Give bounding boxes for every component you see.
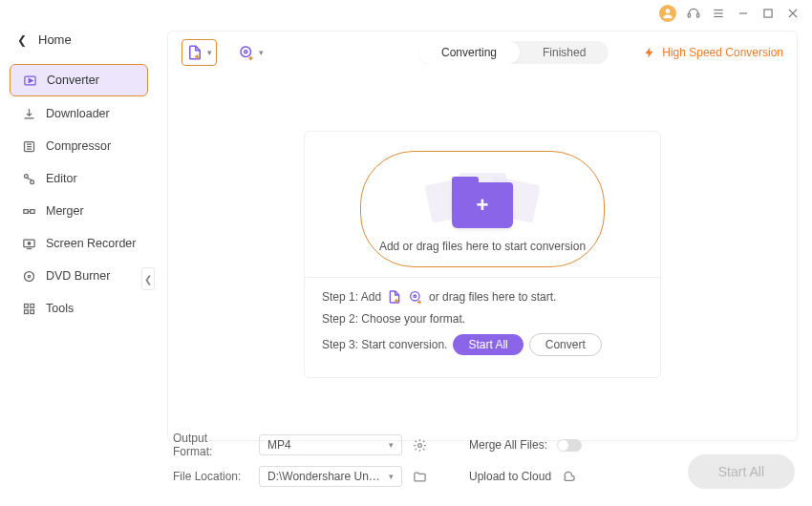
open-folder-icon[interactable] xyxy=(412,469,427,484)
close-button[interactable] xyxy=(785,6,801,21)
home-label: Home xyxy=(38,32,72,47)
start-all-button-small[interactable]: Start All xyxy=(453,334,523,355)
svg-rect-16 xyxy=(30,209,33,213)
editor-icon xyxy=(21,171,36,186)
start-all-button[interactable]: Start All xyxy=(688,454,795,489)
sidebar-item-label: DVD Burner xyxy=(46,269,110,283)
settings-gear-icon[interactable] xyxy=(412,437,427,453)
svg-rect-2 xyxy=(697,13,699,17)
sidebar-item-label: Converter xyxy=(47,74,99,87)
sidebar-collapse-handle[interactable]: ❮ xyxy=(141,267,155,290)
lightning-icon xyxy=(643,46,656,59)
cloud-icon[interactable] xyxy=(561,469,576,484)
sidebar-item-label: Downloader xyxy=(46,107,110,120)
high-speed-conversion-toggle[interactable]: High Speed Conversion xyxy=(643,46,783,59)
sidebar-item-downloader[interactable]: Downloader xyxy=(10,98,148,129)
tools-icon xyxy=(21,301,36,316)
step2-text: Step 2: Choose your format. xyxy=(322,312,465,326)
downloader-icon xyxy=(21,106,36,121)
chevron-down-icon: ▾ xyxy=(207,48,212,57)
svg-point-29 xyxy=(241,47,251,57)
sidebar-item-label: Tools xyxy=(46,302,74,315)
svg-point-35 xyxy=(411,292,419,301)
high-speed-label: High Speed Conversion xyxy=(662,46,783,59)
step3-text: Step 3: Start conversion. xyxy=(322,338,447,351)
sidebar-item-label: Screen Recorder xyxy=(46,237,137,250)
dropzone[interactable]: + Add or drag files here to start conver… xyxy=(360,151,605,267)
chevron-down-icon: ▾ xyxy=(259,48,264,57)
svg-rect-23 xyxy=(24,304,28,307)
folder-illustration: + xyxy=(430,161,535,228)
convert-button[interactable]: Convert xyxy=(529,333,602,356)
svg-point-36 xyxy=(414,295,417,298)
output-format-value: MP4 xyxy=(267,438,291,452)
svg-rect-24 xyxy=(30,304,33,307)
merge-files-label: Merge All Files: xyxy=(469,438,547,452)
sidebar-item-editor[interactable]: Editor xyxy=(10,163,148,194)
compressor-icon xyxy=(21,138,36,154)
chevron-down-icon: ▾ xyxy=(389,440,394,450)
step1-prefix: Step 1: Add xyxy=(322,290,381,304)
toolbar: ▾ ▾ Converting Finished High Speed Conve… xyxy=(168,32,797,74)
minimize-button[interactable] xyxy=(736,6,751,21)
step-1: Step 1: Add or drag files here to start. xyxy=(322,289,643,305)
svg-point-22 xyxy=(28,275,31,278)
file-location-label: File Location: xyxy=(173,470,249,483)
tab-finished[interactable]: Finished xyxy=(520,41,609,64)
screen-recorder-icon xyxy=(21,236,36,251)
svg-rect-7 xyxy=(764,10,772,17)
chevron-down-icon: ▾ xyxy=(389,472,394,481)
steps-panel: Step 1: Add or drag files here to start.… xyxy=(305,277,660,377)
tab-converting[interactable]: Converting xyxy=(418,41,520,64)
add-disc-button[interactable]: ▾ xyxy=(234,40,267,65)
add-disc-icon xyxy=(238,44,255,61)
svg-rect-25 xyxy=(24,309,28,313)
svg-point-30 xyxy=(245,51,247,53)
svg-point-21 xyxy=(24,271,33,281)
svg-rect-26 xyxy=(30,309,33,313)
step-3: Step 3: Start conversion. Start All Conv… xyxy=(322,333,643,356)
svg-rect-15 xyxy=(23,209,27,213)
svg-point-13 xyxy=(24,174,28,178)
merger-icon xyxy=(21,203,36,219)
file-location-value: D:\Wondershare UniConverter 1 xyxy=(267,470,382,483)
converter-icon xyxy=(22,73,37,88)
main-panel: ▾ ▾ Converting Finished High Speed Conve… xyxy=(167,31,798,441)
add-disc-icon xyxy=(408,289,423,305)
output-format-select[interactable]: MP4 ▾ xyxy=(259,434,402,455)
add-file-icon xyxy=(387,289,402,305)
merge-files-toggle[interactable] xyxy=(557,439,582,452)
svg-point-19 xyxy=(28,242,31,244)
svg-marker-11 xyxy=(29,78,32,82)
user-avatar[interactable] xyxy=(659,5,676,22)
sidebar-item-dvd-burner[interactable]: DVD Burner xyxy=(10,261,148,291)
maximize-button[interactable] xyxy=(760,6,776,21)
add-folder-icon: + xyxy=(452,182,513,228)
sidebar-item-label: Compressor xyxy=(46,139,111,153)
support-icon[interactable] xyxy=(686,6,701,21)
chevron-left-icon: ❮ xyxy=(17,33,27,47)
step1-suffix: or drag files here to start. xyxy=(429,290,556,304)
sidebar-item-converter[interactable]: Converter xyxy=(10,64,148,96)
svg-point-39 xyxy=(417,443,421,447)
sidebar-item-tools[interactable]: Tools xyxy=(10,293,148,324)
sidebar-item-label: Merger xyxy=(46,204,84,218)
dvd-burner-icon xyxy=(21,268,36,284)
sidebar-item-label: Editor xyxy=(46,172,77,185)
sidebar-item-screen-recorder[interactable]: Screen Recorder xyxy=(10,228,148,259)
sidebar: ❮ Home Converter Downloader Compressor E… xyxy=(0,0,158,506)
svg-point-14 xyxy=(30,179,33,183)
upload-cloud-label: Upload to Cloud xyxy=(469,470,551,483)
output-format-label: Output Format: xyxy=(173,432,249,458)
add-file-icon xyxy=(186,44,203,61)
step-2: Step 2: Choose your format. xyxy=(322,312,643,326)
add-file-button[interactable]: ▾ xyxy=(182,39,217,66)
home-back[interactable]: ❮ Home xyxy=(0,27,158,62)
sidebar-item-compressor[interactable]: Compressor xyxy=(10,131,148,161)
person-icon xyxy=(661,7,674,20)
dropzone-container: + Add or drag files here to start conver… xyxy=(304,131,661,378)
sidebar-item-merger[interactable]: Merger xyxy=(10,196,148,226)
file-location-select[interactable]: D:\Wondershare UniConverter 1 ▾ xyxy=(259,466,402,487)
menu-icon[interactable] xyxy=(711,6,726,21)
dropzone-text: Add or drag files here to start conversi… xyxy=(379,240,586,253)
